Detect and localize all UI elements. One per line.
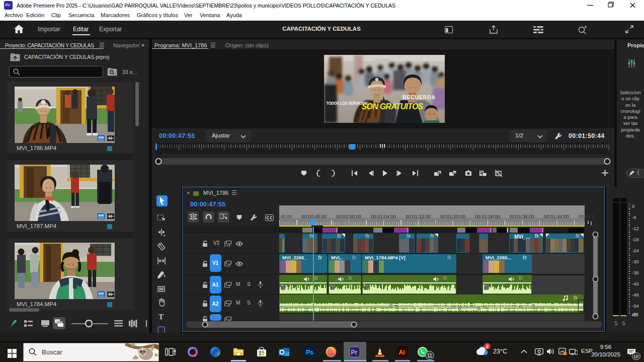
svg-text:RECUERDA: RECUERDA [403,94,436,100]
svg-text:T: T [158,313,164,321]
svg-text:Ps: Ps [306,349,313,356]
svg-text:Pr: Pr [351,349,358,356]
svg-text:Ai: Ai [399,349,405,356]
svg-text:SON GRATUITOS: SON GRATUITOS [362,102,424,111]
